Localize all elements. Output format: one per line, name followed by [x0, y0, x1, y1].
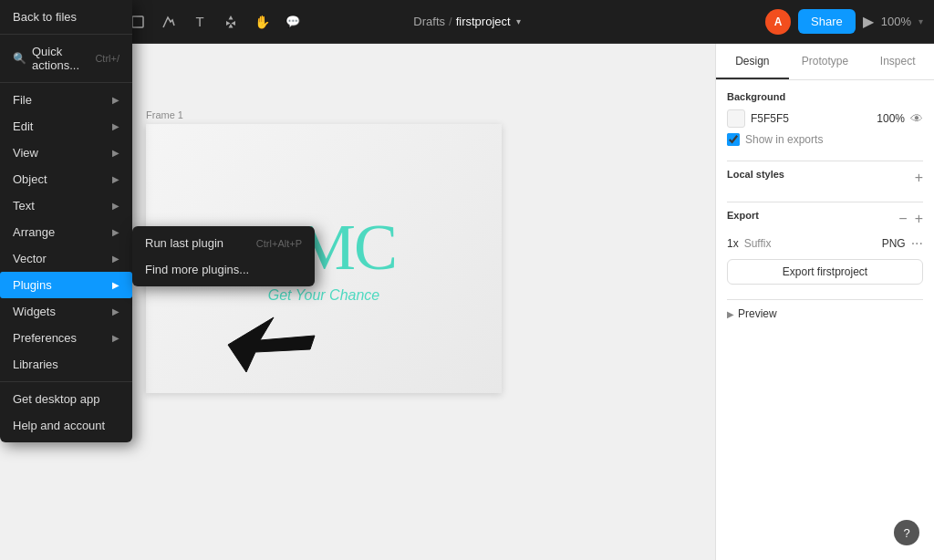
menu-item-view-arrow: ▶ [112, 148, 119, 158]
back-to-files-item[interactable]: Back to files [0, 4, 132, 30]
run-last-plugin-shortcut: Ctrl+Alt+P [256, 238, 302, 249]
preview-label: Preview [738, 307, 777, 320]
preview-section: ▶ Preview [727, 307, 923, 320]
export-more-options[interactable]: ··· [911, 235, 923, 252]
background-opacity[interactable]: 100% [877, 112, 905, 125]
add-export-button[interactable]: + [915, 211, 923, 227]
add-local-style-button[interactable]: + [915, 170, 923, 186]
export-options-row: 1x Suffix PNG ··· [727, 235, 923, 252]
tab-inspect[interactable]: Inspect [861, 44, 934, 79]
search-icon: 🔍 [13, 52, 26, 65]
top-bar-right: A Share ▶ 100% ▾ [765, 9, 934, 35]
preview-row[interactable]: ▶ Preview [727, 307, 923, 320]
help-button[interactable]: ? [894, 520, 919, 545]
remove-export-button[interactable]: − [898, 211, 907, 227]
export-label: Export [727, 210, 759, 221]
find-more-plugins-label: Find more plugins... [145, 263, 249, 276]
tab-prototype[interactable]: Prototype [789, 44, 862, 79]
background-color-swatch[interactable] [727, 109, 745, 128]
comment-tool[interactable]: 💬 [278, 7, 307, 36]
divider-2 [727, 202, 923, 202]
menu-item-get-desktop[interactable]: Get desktop app [0, 386, 132, 412]
menu-item-preferences[interactable]: Preferences ▶ [0, 325, 132, 351]
menu-separator-2 [0, 82, 132, 83]
frame-label: Frame 1 [146, 109, 183, 120]
breadcrumb: Drafts / firstproject ▾ [413, 15, 520, 28]
menu-item-plugins-arrow: ▶ [112, 280, 119, 290]
plugins-submenu: Run last plugin Ctrl+Alt+P Find more plu… [132, 226, 315, 286]
menu-item-preferences-arrow: ▶ [112, 333, 119, 343]
submenu-run-last-plugin[interactable]: Run last plugin Ctrl+Alt+P [132, 230, 315, 256]
export-scale[interactable]: 1x [727, 237, 739, 250]
export-suffix-label: Suffix [744, 237, 877, 250]
menu-item-text-arrow: ▶ [112, 201, 119, 211]
menu-item-text-label: Text [13, 199, 35, 213]
submenu-find-more-plugins[interactable]: Find more plugins... [132, 256, 315, 283]
menu-item-plugins[interactable]: Plugins ▶ [0, 272, 132, 298]
run-last-plugin-label: Run last plugin [145, 236, 223, 250]
menu-item-libraries-label: Libraries [13, 358, 58, 371]
preview-chevron-icon: ▶ [727, 309, 734, 319]
hand-tool[interactable]: ✋ [247, 7, 276, 36]
menu-item-plugins-label: Plugins [13, 278, 52, 292]
menu-item-libraries[interactable]: Libraries [0, 351, 132, 378]
text-tool[interactable]: T [185, 7, 214, 36]
project-dropdown-icon[interactable]: ▾ [516, 16, 521, 26]
zoom-level[interactable]: 100% [881, 15, 911, 28]
menu-item-widgets-arrow: ▶ [112, 306, 119, 316]
divider-3 [727, 299, 923, 300]
breadcrumb-drafts[interactable]: Drafts [413, 15, 445, 28]
menu-item-widgets[interactable]: Widgets ▶ [0, 298, 132, 325]
export-section: Export − + 1x Suffix PNG ··· Export firs… [727, 210, 923, 285]
share-button[interactable]: Share [798, 9, 856, 34]
menu-item-vector[interactable]: Vector ▶ [0, 245, 132, 272]
local-styles-header: Local styles + [727, 169, 923, 187]
menu-item-file[interactable]: File ▶ [0, 87, 132, 113]
show-in-exports-label: Show in exports [745, 133, 923, 146]
export-format[interactable]: PNG [882, 237, 906, 250]
menu-item-text[interactable]: Text ▶ [0, 192, 132, 219]
show-in-exports-checkbox[interactable] [727, 133, 740, 146]
zoom-dropdown-icon[interactable]: ▾ [918, 16, 923, 26]
menu-item-object-arrow: ▶ [112, 174, 119, 184]
menu-item-preferences-label: Preferences [13, 331, 77, 345]
menu-item-widgets-label: Widgets [13, 305, 56, 318]
menu-item-object[interactable]: Object ▶ [0, 166, 132, 192]
menu-separator-1 [0, 34, 132, 35]
background-visibility-icon[interactable]: 👁 [910, 111, 923, 126]
component-tool[interactable] [216, 7, 245, 36]
menu-item-view-label: View [13, 146, 38, 160]
quick-actions-label: Quick actions... [32, 45, 89, 72]
divider-1 [727, 161, 923, 161]
menu-item-edit-arrow: ▶ [112, 121, 119, 131]
menu-item-vector-label: Vector [13, 252, 47, 265]
arrow-annotation [201, 299, 319, 394]
quick-actions-item[interactable]: 🔍 Quick actions... Ctrl+/ [0, 38, 132, 78]
export-button[interactable]: Export firstproject [727, 259, 923, 285]
menu-item-file-label: File [13, 93, 32, 107]
pen-tool[interactable] [154, 7, 183, 36]
menu-item-help-label: Help and account [13, 419, 105, 432]
menu-item-help[interactable]: Help and account [0, 412, 132, 439]
export-header: Export − + [727, 210, 923, 228]
menu-item-arrange-arrow: ▶ [112, 227, 119, 237]
local-styles-section: Local styles + [727, 169, 923, 187]
quick-actions-shortcut: Ctrl+/ [95, 53, 119, 64]
menu-item-edit[interactable]: Edit ▶ [0, 113, 132, 140]
menu-item-object-label: Object [13, 172, 47, 186]
background-label: Background [727, 91, 923, 102]
menu-item-arrange[interactable]: Arrange ▶ [0, 219, 132, 245]
background-section: Background F5F5F5 100% 👁 Show in exports [727, 91, 923, 146]
play-button[interactable]: ▶ [863, 13, 874, 30]
tab-design[interactable]: Design [716, 44, 789, 79]
top-bar: ▷ T ✋ 💬 Drafts / firstproject ▾ A Share … [0, 0, 934, 44]
menu-item-vector-arrow: ▶ [112, 254, 119, 264]
menu-item-get-desktop-label: Get desktop app [13, 392, 99, 406]
menu-item-arrange-label: Arrange [13, 225, 55, 239]
show-in-exports-row: Show in exports [727, 133, 923, 146]
avatar: A [765, 9, 791, 35]
project-name[interactable]: firstproject [456, 15, 511, 28]
background-color-value[interactable]: F5F5F5 [751, 112, 789, 125]
main-layout: Frame 1 AMC Get Your Chance Design Proto… [0, 44, 934, 560]
menu-item-view[interactable]: View ▶ [0, 140, 132, 166]
